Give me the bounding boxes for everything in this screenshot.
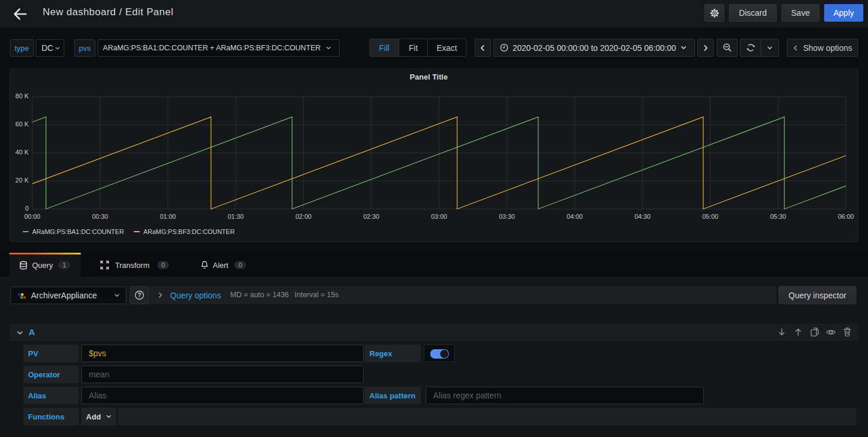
svg-text:?: ? — [137, 292, 141, 298]
